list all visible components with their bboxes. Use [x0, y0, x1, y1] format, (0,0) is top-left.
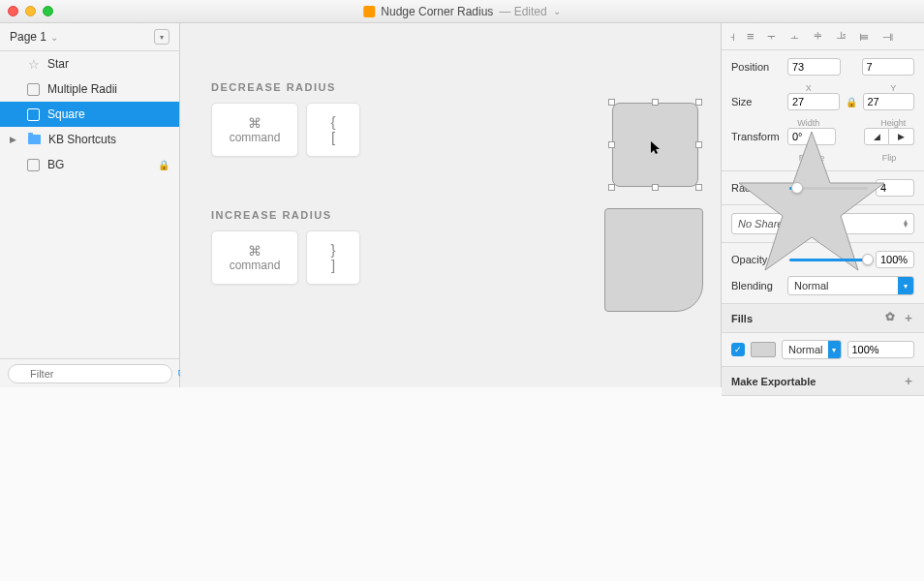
command-key: ⌘ command — [211, 230, 298, 285]
dropdown-arrow-icon: ▾ — [898, 277, 913, 294]
fill-mode-dropdown[interactable]: Normal ▾ — [782, 340, 842, 359]
layer-item-multiple-radii[interactable]: Multiple Radii — [0, 76, 179, 102]
command-key: ⌘ command — [211, 103, 298, 157]
resize-handle-sw[interactable] — [608, 184, 615, 191]
align-right-icon[interactable]: ⫟ — [765, 29, 778, 44]
decrease-radius-card: DECREASE RADIUS ⌘ command { [ — [211, 81, 360, 157]
disclosure-triangle-icon[interactable]: ▶ — [10, 135, 16, 144]
pages-header[interactable]: Page 1 ⌄ ▾ — [0, 23, 179, 51]
position-label: Position — [731, 61, 782, 73]
blending-label: Blending — [731, 280, 782, 291]
layer-item-star[interactable]: ☆ Star — [0, 51, 179, 76]
cursor-icon — [651, 141, 661, 155]
chevron-down-icon: ⌄ — [50, 32, 58, 43]
align-center-h-icon[interactable]: ≡ — [747, 29, 755, 44]
slider-knob[interactable] — [862, 254, 874, 265]
layer-label: Star — [47, 57, 69, 71]
align-bottom-icon[interactable]: ⫡ — [835, 29, 847, 44]
traffic-lights — [8, 6, 53, 16]
resize-handle-s[interactable] — [652, 184, 659, 191]
distribute-v-icon[interactable]: ⫣ — [881, 29, 894, 44]
fill-color-swatch[interactable] — [751, 342, 776, 357]
radius-slider[interactable] — [789, 187, 868, 190]
position-y-input[interactable] — [862, 58, 915, 76]
layer-item-square[interactable]: Square — [0, 102, 179, 127]
distribute-h-icon[interactable]: ⫢ — [858, 29, 871, 44]
titlebar: Nudge Corner Radius — Edited ⌄ — [0, 0, 924, 23]
make-exportable-header[interactable]: Make Exportable ＋ — [722, 367, 924, 396]
layer-label: KB Shortcuts — [48, 133, 116, 146]
blending-dropdown[interactable]: Normal ▾ — [787, 276, 914, 295]
resize-handle-nw[interactable] — [608, 99, 615, 106]
height-input[interactable] — [863, 93, 915, 110]
minimize-window-button[interactable] — [25, 6, 36, 16]
layer-label: BG — [47, 158, 64, 171]
brace-close: } — [330, 242, 335, 259]
increase-title: INCREASE RADIUS — [211, 209, 360, 221]
bracket-key: { [ — [306, 103, 360, 157]
resize-handle-e[interactable] — [695, 141, 702, 148]
command-symbol: ⌘ — [248, 243, 262, 259]
rectangle-icon — [27, 83, 40, 96]
layers-sidebar: Page 1 ⌄ ▾ ☆ Star Multiple Radii Square … — [0, 23, 180, 387]
canvas[interactable]: DECREASE RADIUS ⌘ command { [ INCREASE R… — [180, 23, 721, 387]
bracket-key: } ] — [306, 230, 360, 285]
fill-opacity-input[interactable] — [847, 341, 915, 358]
align-left-icon[interactable]: ⫞ — [729, 29, 736, 44]
slider-knob[interactable] — [791, 182, 803, 194]
resize-handle-w[interactable] — [608, 141, 615, 148]
resize-handle-se[interactable] — [695, 184, 702, 191]
lock-icon: 🔒 — [158, 160, 169, 170]
resize-handle-n[interactable] — [652, 99, 659, 106]
selected-square-shape[interactable] — [612, 103, 698, 187]
document-title: Nudge Corner Radius — [381, 5, 493, 18]
multi-radii-shape[interactable] — [604, 208, 703, 312]
size-label: Size — [731, 96, 782, 107]
caret-icon: ▴▾ — [904, 220, 908, 228]
command-symbol: ⌘ — [248, 115, 262, 131]
align-center-v-icon[interactable]: ⫩ — [812, 29, 824, 44]
position-x-input[interactable] — [787, 58, 841, 76]
edited-status: — Edited — [499, 5, 546, 18]
fills-label: Fills — [731, 313, 753, 324]
brace-open: { — [330, 114, 335, 131]
gear-icon[interactable]: ✿ — [885, 310, 895, 326]
zoom-window-button[interactable] — [43, 6, 53, 16]
fill-mode-value: Normal — [783, 344, 828, 355]
layer-filter-input[interactable] — [8, 364, 172, 383]
fill-enabled-checkbox[interactable]: ✓ — [731, 343, 745, 356]
command-label: command — [230, 131, 281, 144]
layer-label: Square — [47, 107, 85, 121]
resize-handle-ne[interactable] — [695, 99, 702, 106]
export-label: Make Exportable — [731, 376, 816, 387]
align-top-icon[interactable]: ⫠ — [788, 29, 801, 44]
dropdown-arrow-icon: ▾ — [828, 341, 840, 358]
alignment-toolbar: ⫞ ≡ ⫟ ⫠ ⫩ ⫡ ⫢ ⫣ — [722, 23, 924, 50]
rectangle-icon — [27, 159, 40, 171]
plus-icon[interactable]: ＋ — [903, 373, 914, 389]
blending-value: Normal — [788, 280, 898, 291]
lock-aspect-icon[interactable]: 🔒 — [846, 97, 857, 107]
layer-item-kb-shortcuts[interactable]: ▶ KB Shortcuts — [0, 127, 179, 152]
folder-icon — [28, 135, 41, 144]
close-window-button[interactable] — [8, 6, 18, 16]
width-input[interactable] — [787, 93, 840, 110]
fills-header: Fills ✿ ＋ — [722, 304, 924, 333]
layer-item-bg[interactable]: BG 🔒 — [0, 152, 179, 177]
command-label: command — [230, 259, 281, 272]
decrease-title: DECREASE RADIUS — [211, 81, 360, 93]
rectangle-icon — [27, 108, 40, 121]
bracket-close: ] — [331, 258, 335, 274]
bracket-open: [ — [331, 130, 335, 146]
plus-icon[interactable]: ＋ — [903, 310, 914, 326]
flip-vertical-button[interactable]: ▶ — [889, 128, 914, 145]
opacity-slider[interactable] — [789, 259, 868, 261]
collapse-pages-button[interactable]: ▾ — [154, 29, 169, 45]
chevron-down-icon: ⌄ — [553, 6, 561, 16]
fill-entry: ✓ Normal ▾ — [722, 333, 924, 367]
layer-label: Multiple Radii — [47, 82, 117, 96]
y-sublabel: Y — [872, 83, 914, 93]
title-area[interactable]: Nudge Corner Radius — Edited ⌄ — [363, 5, 560, 18]
desktop-background — [0, 387, 924, 581]
sidebar-footer: 🔍 ⧉ ✎ 0 — [0, 358, 179, 387]
